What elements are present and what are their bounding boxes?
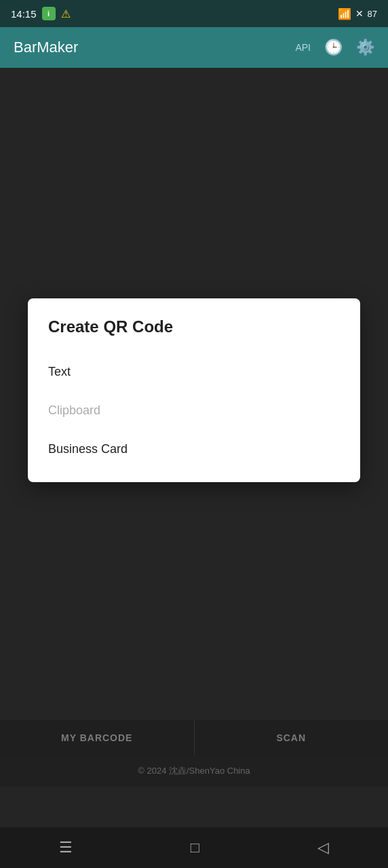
settings-icon[interactable]: ⚙️ <box>356 39 374 56</box>
warning-icon: ⚠ <box>61 7 71 20</box>
wifi-icon: 📶 <box>338 7 351 20</box>
nav-menu-icon[interactable]: ☰ <box>59 839 73 856</box>
status-bar: 14:15 i ⚠ 📶 ✕ 87 <box>0 0 388 27</box>
nav-bar: ☰ □ ◁ <box>0 827 388 868</box>
main-content: MY BARCODE SCAN © 2024 沈垚/ShenYao China … <box>0 68 388 827</box>
app-bar: BarMaker API 🕒 ⚙️ <box>0 27 388 68</box>
app-bar-actions: API 🕒 ⚙️ <box>295 39 374 56</box>
battery-level: 87 <box>368 9 377 19</box>
dialog-item-business-card[interactable]: Business Card <box>48 430 340 469</box>
status-time: 14:15 <box>11 8 37 20</box>
dialog-item-clipboard[interactable]: Clipboard <box>48 391 340 430</box>
dialog-title: Create QR Code <box>48 317 340 336</box>
api-button[interactable]: API <box>295 42 311 53</box>
create-qr-dialog: Create QR Code Text Clipboard Business C… <box>28 298 360 482</box>
dialog-item-text[interactable]: Text <box>48 353 340 391</box>
dialog-overlay[interactable]: Create QR Code Text Clipboard Business C… <box>0 68 388 827</box>
status-bar-right: 📶 ✕ 87 <box>338 7 377 20</box>
app-notification-icon: i <box>42 7 56 20</box>
app-title: BarMaker <box>14 39 78 56</box>
history-icon[interactable]: 🕒 <box>324 39 343 56</box>
nav-home-icon[interactable]: □ <box>191 839 199 856</box>
nav-back-icon[interactable]: ◁ <box>317 839 329 856</box>
status-bar-left: 14:15 i ⚠ <box>11 7 71 20</box>
battery-cancel-icon: ✕ <box>355 8 364 19</box>
